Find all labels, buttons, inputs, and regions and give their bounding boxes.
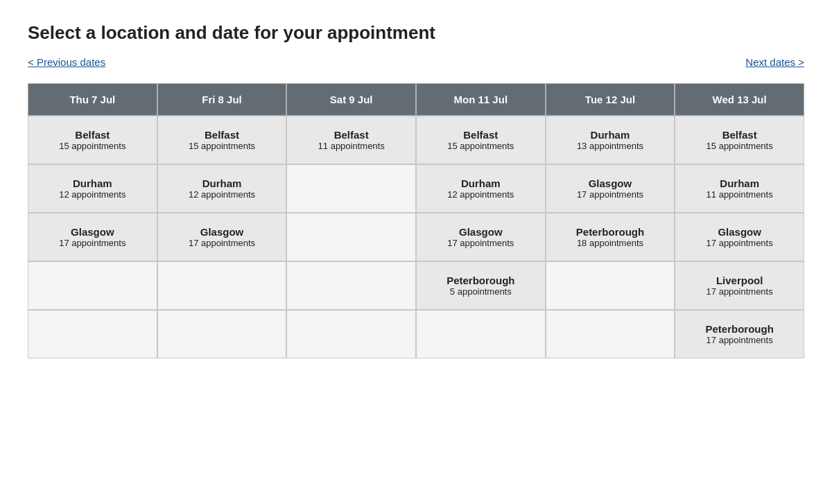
cell-appointments: 11 appointments xyxy=(293,141,410,151)
empty-cell xyxy=(157,261,287,310)
cell-location: Durham xyxy=(34,177,151,189)
cell-location: Peterborough xyxy=(681,323,798,335)
column-header-mon11jul: Mon 11 Jul xyxy=(416,83,546,116)
column-header-fri8jul: Fri 8 Jul xyxy=(157,83,287,116)
appointment-cell[interactable]: Glasgow17 appointments xyxy=(675,213,804,261)
cell-location: Belfast xyxy=(34,129,151,141)
cell-location: Glasgow xyxy=(34,226,151,238)
appointment-cell[interactable]: Glasgow17 appointments xyxy=(157,213,287,261)
cell-location: Durham xyxy=(422,177,539,189)
appointment-cell[interactable]: Peterborough17 appointments xyxy=(675,310,804,358)
empty-cell xyxy=(157,310,287,358)
cell-location: Glasgow xyxy=(552,177,669,189)
column-header-thu7jul: Thu 7 Jul xyxy=(28,83,157,116)
empty-cell xyxy=(286,164,416,213)
appointment-cell[interactable]: Peterborough18 appointments xyxy=(546,213,675,261)
cell-appointments: 17 appointments xyxy=(34,238,151,248)
cell-location: Belfast xyxy=(681,129,798,141)
calendar-row: Glasgow17 appointmentsGlasgow17 appointm… xyxy=(28,213,804,261)
appointment-cell[interactable]: Durham11 appointments xyxy=(675,164,804,213)
cell-location: Durham xyxy=(164,177,281,189)
calendar-body: Belfast15 appointmentsBelfast15 appointm… xyxy=(28,116,804,358)
cell-appointments: 17 appointments xyxy=(681,238,798,248)
cell-location: Liverpool xyxy=(681,275,798,286)
cell-appointments: 12 appointments xyxy=(422,189,539,200)
appointment-cell[interactable]: Durham12 appointments xyxy=(416,164,546,213)
cell-appointments: 15 appointments xyxy=(164,141,281,151)
appointment-cell[interactable]: Belfast15 appointments xyxy=(28,116,157,164)
date-navigation: < Previous dates Next dates > xyxy=(28,56,804,68)
prev-dates-button[interactable]: < Previous dates xyxy=(28,56,105,68)
cell-appointments: 18 appointments xyxy=(552,238,669,248)
appointment-cell[interactable]: Durham12 appointments xyxy=(28,164,157,213)
empty-cell xyxy=(28,261,157,310)
cell-appointments: 17 appointments xyxy=(681,286,798,297)
appointment-cell[interactable]: Peterborough5 appointments xyxy=(416,261,546,310)
empty-cell xyxy=(416,310,546,358)
cell-appointments: 15 appointments xyxy=(422,141,539,151)
appointment-cell[interactable]: Glasgow17 appointments xyxy=(546,164,675,213)
calendar-row: Durham12 appointmentsDurham12 appointmen… xyxy=(28,164,804,213)
cell-location: Belfast xyxy=(164,129,281,141)
cell-appointments: 17 appointments xyxy=(164,238,281,248)
column-header-tue12jul: Tue 12 Jul xyxy=(546,83,675,116)
appointment-cell[interactable]: Liverpool17 appointments xyxy=(675,261,804,310)
appointment-cell[interactable]: Belfast15 appointments xyxy=(157,116,287,164)
appointment-cell[interactable]: Durham13 appointments xyxy=(546,116,675,164)
page-title: Select a location and date for your appo… xyxy=(28,22,804,44)
appointment-cell[interactable]: Glasgow17 appointments xyxy=(28,213,157,261)
cell-appointments: 17 appointments xyxy=(422,238,539,248)
empty-cell xyxy=(546,310,675,358)
cell-appointments: 11 appointments xyxy=(681,189,798,200)
cell-appointments: 17 appointments xyxy=(552,189,669,200)
calendar-header-row: Thu 7 JulFri 8 JulSat 9 JulMon 11 JulTue… xyxy=(28,83,804,116)
calendar-row: Peterborough17 appointments xyxy=(28,310,804,358)
cell-appointments: 15 appointments xyxy=(681,141,798,151)
cell-appointments: 5 appointments xyxy=(422,286,539,297)
calendar-row: Belfast15 appointmentsBelfast15 appointm… xyxy=(28,116,804,164)
cell-appointments: 12 appointments xyxy=(34,189,151,200)
cell-appointments: 13 appointments xyxy=(552,141,669,151)
cell-location: Glasgow xyxy=(681,226,798,238)
empty-cell xyxy=(546,261,675,310)
column-header-sat9jul: Sat 9 Jul xyxy=(286,83,416,116)
empty-cell xyxy=(28,310,157,358)
appointment-cell[interactable]: Glasgow17 appointments xyxy=(416,213,546,261)
next-dates-button[interactable]: Next dates > xyxy=(745,56,804,68)
cell-appointments: 15 appointments xyxy=(34,141,151,151)
appointment-cell[interactable]: Durham12 appointments xyxy=(157,164,287,213)
column-header-wed13jul: Wed 13 Jul xyxy=(675,83,804,116)
cell-location: Belfast xyxy=(293,129,410,141)
appointment-calendar: Thu 7 JulFri 8 JulSat 9 JulMon 11 JulTue… xyxy=(28,83,804,358)
appointment-cell[interactable]: Belfast11 appointments xyxy=(286,116,416,164)
empty-cell xyxy=(286,261,416,310)
cell-appointments: 12 appointments xyxy=(164,189,281,200)
cell-location: Glasgow xyxy=(164,226,281,238)
cell-location: Durham xyxy=(681,177,798,189)
calendar-row: Peterborough5 appointmentsLiverpool17 ap… xyxy=(28,261,804,310)
cell-appointments: 17 appointments xyxy=(681,335,798,345)
empty-cell xyxy=(286,310,416,358)
cell-location: Peterborough xyxy=(422,275,539,286)
cell-location: Belfast xyxy=(422,129,539,141)
empty-cell xyxy=(286,213,416,261)
cell-location: Peterborough xyxy=(552,226,669,238)
appointment-cell[interactable]: Belfast15 appointments xyxy=(416,116,546,164)
cell-location: Glasgow xyxy=(422,226,539,238)
appointment-cell[interactable]: Belfast15 appointments xyxy=(675,116,804,164)
cell-location: Durham xyxy=(552,129,669,141)
